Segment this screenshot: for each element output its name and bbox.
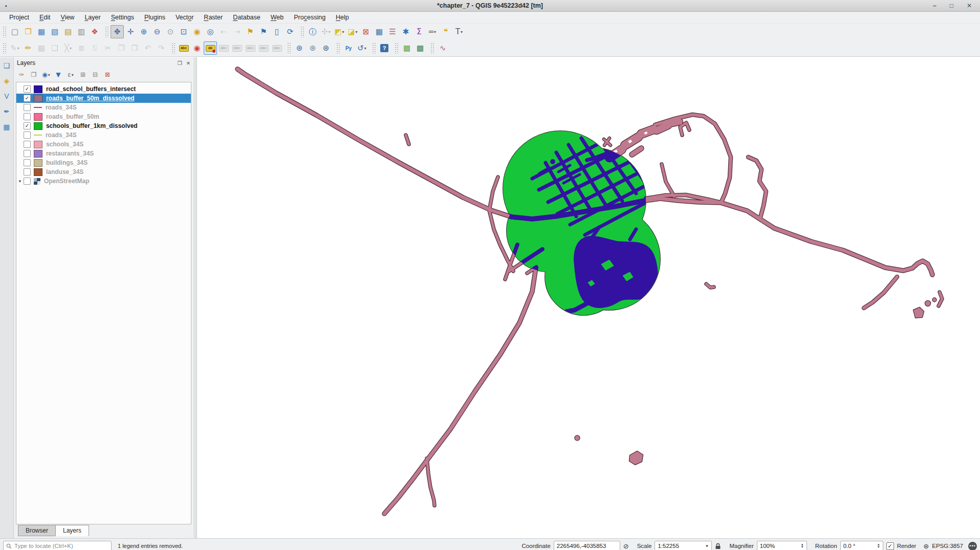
maximize-button[interactable]: □ <box>950 0 953 11</box>
text-annotation-button[interactable]: T▾ <box>452 25 466 38</box>
toolbar-handle[interactable] <box>300 26 304 37</box>
zoom-native-button[interactable]: ⊙ <box>164 25 177 38</box>
bookmark-manager-button[interactable]: ▯ <box>270 25 284 38</box>
pan-map-button[interactable]: ✥ <box>111 25 124 38</box>
new-project-button[interactable]: ▢ <box>8 25 21 38</box>
open-project-button[interactable]: ❐ <box>21 25 35 38</box>
redo-button[interactable]: ↷ <box>155 41 168 55</box>
show-statistics-sum-button[interactable]: Σ <box>412 25 426 38</box>
add-group-button[interactable]: ❐ <box>28 69 39 80</box>
menu-raster[interactable]: Raster <box>199 13 228 22</box>
locator-search-input[interactable]: Type to locate (Ctrl+K) <box>3 541 112 550</box>
web-browser-button[interactable]: ⊛ <box>319 41 333 55</box>
style-manager-button[interactable]: ❖ <box>88 25 101 38</box>
modify-attributes-button[interactable]: ≣ <box>75 41 88 55</box>
menu-edit[interactable]: Edit <box>34 13 56 22</box>
edit-label-button[interactable]: abc <box>270 41 284 55</box>
highlight-pinned-labels-button[interactable]: abc <box>217 41 230 55</box>
close-button[interactable]: ✕ <box>967 0 972 11</box>
panel-close-button[interactable]: ✕ <box>186 60 190 66</box>
new-shapefile-layer-button[interactable]: ✒ <box>4 107 10 116</box>
layer-row-road_school_buffers_intersect[interactable]: ✓road_school_buffers_intersect <box>16 84 191 94</box>
select-by-value-button[interactable]: ◪▾ <box>346 25 359 38</box>
toolbar-handle[interactable] <box>336 42 340 54</box>
map-canvas[interactable] <box>197 57 980 538</box>
pan-to-selection-button[interactable]: ✛ <box>124 25 137 38</box>
layer-row-schools_buffer_1km_dissolved[interactable]: ✓schools_buffer_1km_dissolved <box>16 121 191 130</box>
current-edits-button[interactable]: ✎▾ <box>8 41 21 55</box>
run-feature-action-button[interactable]: ✣▾ <box>319 25 333 38</box>
menu-project[interactable]: Project <box>4 13 34 22</box>
paste-features-button[interactable]: ❒ <box>128 41 141 55</box>
zoom-last-button[interactable]: ⇠ <box>217 25 230 38</box>
remove-layer-button[interactable]: ⊠ <box>102 69 113 80</box>
scale-combobox[interactable]: 1:52255 ▼ <box>655 541 712 550</box>
delete-selected-button[interactable]: ⍂ <box>88 41 101 55</box>
layer-row-roads_buffer_50m_disssolved[interactable]: ✓roads_buffer_50m_disssolved <box>16 94 191 103</box>
filter-legend-button[interactable]: ▼ <box>53 69 64 80</box>
layer-visibility-checkbox[interactable] <box>24 113 31 120</box>
osm-place-search-button[interactable]: ▩ <box>400 41 413 55</box>
layer-row-restaurants_34S[interactable]: restaurants_34S <box>16 149 191 158</box>
layer-labeling-options-button[interactable]: ◉ <box>190 41 204 55</box>
zoom-to-selection-button[interactable]: ◉ <box>190 25 204 38</box>
data-source-manager-button[interactable]: ❏ <box>4 61 10 70</box>
refresh-map-button[interactable]: ⟳ <box>284 25 297 38</box>
layer-visibility-checkbox[interactable] <box>24 131 31 139</box>
zoom-to-layer-button[interactable]: ◎ <box>204 25 217 38</box>
deselect-features-button[interactable]: ⊠ <box>359 25 373 38</box>
layer-row-roads_34S[interactable]: roads_34S <box>16 103 191 112</box>
processing-toolbox-button[interactable]: ✱ <box>399 25 412 38</box>
statistical-summary-button[interactable]: ☰ <box>386 25 399 38</box>
menu-plugins[interactable]: Plugins <box>139 13 170 22</box>
vertex-tool-button[interactable]: ╳▾ <box>61 41 75 55</box>
show-hide-labels-button[interactable]: abc <box>230 41 244 55</box>
layer-visibility-checkbox[interactable]: ✓ <box>24 122 31 129</box>
crs-status[interactable]: EPSG:3857 <box>932 543 963 549</box>
layer-visibility-checkbox[interactable]: ✓ <box>24 85 31 93</box>
processing-history-button[interactable]: ↺▾ <box>355 41 368 55</box>
zoom-in-button[interactable]: ⊕ <box>137 25 150 38</box>
metasearch-new-button[interactable]: ⊛ <box>293 41 306 55</box>
layer-row-OpenStreetMap[interactable]: ▼OpenStreetMap <box>16 177 191 186</box>
new-bookmark-button[interactable]: ⚑ <box>244 25 257 38</box>
python-console-button[interactable]: Py <box>342 41 355 55</box>
new-print-layout-button[interactable]: ▤ <box>61 25 75 38</box>
render-checkbox[interactable]: ✓ <box>886 542 894 550</box>
collapse-all-button[interactable]: ⊟ <box>90 69 101 80</box>
metasearch-button[interactable]: ⊛ <box>306 41 319 55</box>
toolbar-handle[interactable] <box>287 42 291 54</box>
new-virtual-layer-button[interactable]: ▦ <box>3 123 10 131</box>
tab-layers[interactable]: Layers <box>55 525 89 536</box>
toolbar-handle[interactable] <box>171 42 176 54</box>
layer-visibility-checkbox[interactable] <box>24 150 31 157</box>
measure-line-button[interactable]: ═▾ <box>426 25 439 38</box>
help-contents-button[interactable]: ? <box>378 41 391 55</box>
layer-row-landuse_34S[interactable]: landuse_34S <box>16 167 191 177</box>
panel-float-button[interactable]: ❐ <box>178 60 182 66</box>
menu-web[interactable]: Web <box>266 13 289 22</box>
toolbar-handle[interactable] <box>430 42 434 54</box>
osm-editor-button[interactable]: ▩ <box>413 41 427 55</box>
menu-database[interactable]: Database <box>228 13 266 22</box>
menu-view[interactable]: View <box>56 13 80 22</box>
spinner-arrows-icon[interactable]: ▲▼ <box>877 543 880 548</box>
zoom-next-button[interactable]: ⇢ <box>230 25 244 38</box>
menu-settings[interactable]: Settings <box>106 13 139 22</box>
add-feature-button[interactable]: ❏ <box>48 41 61 55</box>
cut-features-button[interactable]: ✂ <box>101 41 115 55</box>
open-layer-styling-button[interactable]: ✑ <box>16 69 27 80</box>
spinner-arrows-icon[interactable]: ▲▼ <box>801 543 804 548</box>
lock-scale-icon[interactable] <box>715 543 721 549</box>
expand-all-button[interactable]: ⊞ <box>77 69 89 80</box>
layer-visibility-checkbox[interactable] <box>24 104 31 111</box>
layer-row-schools_34S[interactable]: schools_34S <box>16 140 191 149</box>
map-tips-button[interactable]: ❝ <box>439 25 452 38</box>
layer-row-roads_buffer_50m[interactable]: roads_buffer_50m <box>16 112 191 121</box>
show-bookmarks-button[interactable]: ⚑ <box>257 25 270 38</box>
rotation-spinbox[interactable]: 0.0 ° ▲▼ <box>840 541 883 550</box>
toolbar-handle[interactable] <box>3 42 7 54</box>
zoom-full-button[interactable]: ⊡ <box>177 25 190 38</box>
menu-layer[interactable]: Layer <box>79 13 105 22</box>
new-geopackage-layer-button[interactable]: ◈ <box>4 77 10 85</box>
